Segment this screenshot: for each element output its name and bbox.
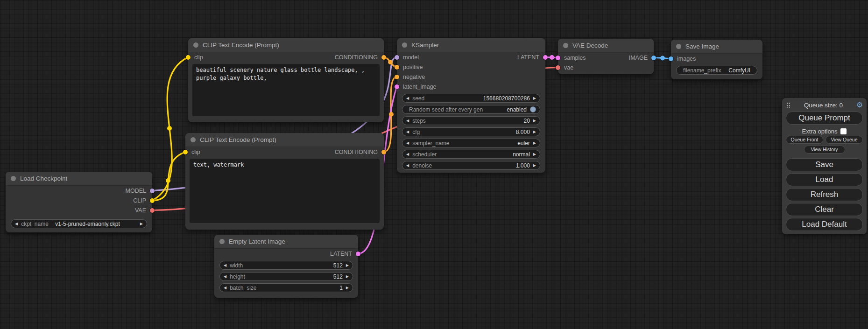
positive-prompt-textarea[interactable]: beautiful scenery nature glass bottle la… [192, 64, 380, 116]
widget-sampler-name[interactable]: ◀ sampler_name euler ▶ [402, 139, 540, 147]
widget-cfg[interactable]: ◀ cfg 8.000 ▶ [402, 127, 540, 136]
input-label-vae: vae [564, 64, 573, 71]
increment-arrow-icon[interactable]: ▶ [533, 130, 536, 134]
collapse-dot-icon[interactable] [191, 137, 196, 142]
input-port-model[interactable] [395, 55, 399, 60]
input-port-clip[interactable] [183, 150, 188, 154]
output-label-vae: VAE [135, 207, 146, 214]
decrement-arrow-icon[interactable]: ◀ [406, 97, 409, 100]
gear-icon[interactable]: ⚙ [856, 101, 863, 109]
clear-button[interactable]: Clear [786, 203, 863, 216]
decrement-arrow-icon[interactable]: ◀ [224, 275, 226, 279]
output-port-latent[interactable] [356, 252, 360, 256]
queue-size-label: Queue size: 0 [790, 102, 856, 109]
node-title: Load Checkpoint [20, 175, 67, 182]
output-label-image: IMAGE [629, 55, 648, 61]
toggle-knob-icon[interactable] [530, 106, 536, 112]
decrement-arrow-icon[interactable]: ◀ [406, 141, 409, 145]
decrement-arrow-icon[interactable]: ◀ [15, 222, 18, 226]
widget-denoise[interactable]: ◀ denoise 1.000 ▶ [402, 161, 540, 170]
collapse-dot-icon[interactable] [11, 176, 16, 181]
input-port-latent-image[interactable] [395, 84, 399, 89]
node-header[interactable]: VAE Decode [558, 39, 654, 53]
collapse-dot-icon[interactable] [219, 239, 225, 244]
widget-batch-size[interactable]: ◀ batch_size 1 ▶ [219, 283, 353, 292]
input-port-negative[interactable] [395, 75, 399, 79]
node-empty-latent-image[interactable]: Empty Latent Image LATENT ◀ width 512 ▶ … [214, 235, 358, 298]
node-header[interactable]: Save Image [671, 40, 762, 54]
node-vae-decode[interactable]: VAE Decode samples IMAGE vae [558, 39, 654, 74]
extra-options-checkbox[interactable] [840, 128, 847, 134]
output-label-conditioning: CONDITIONING [335, 149, 378, 155]
node-save-image[interactable]: Save Image images filename_prefix ComfyU… [671, 40, 762, 79]
widget-seed[interactable]: ◀ seed 156680208700286 ▶ [402, 94, 540, 103]
queue-front-button[interactable]: Queue Front [786, 136, 823, 144]
output-label-clip: CLIP [133, 197, 146, 204]
node-header[interactable]: CLIP Text Encode (Prompt) [188, 38, 384, 52]
decrement-arrow-icon[interactable]: ◀ [224, 286, 226, 290]
decrement-arrow-icon[interactable]: ◀ [406, 130, 409, 134]
output-port-latent[interactable] [543, 55, 548, 60]
node-header[interactable]: Load Checkpoint [6, 172, 152, 186]
collapse-dot-icon[interactable] [563, 43, 568, 48]
input-port-clip[interactable] [186, 55, 191, 60]
output-port-conditioning[interactable] [381, 55, 386, 60]
increment-arrow-icon[interactable]: ▶ [346, 275, 349, 279]
input-port-images[interactable] [669, 56, 673, 61]
node-ksampler[interactable]: KSampler model LATENT positive negative … [397, 38, 545, 173]
node-clip-text-encode-negative[interactable]: CLIP Text Encode (Prompt) clip CONDITION… [185, 133, 384, 230]
input-port-vae[interactable] [556, 65, 560, 70]
widget-random-seed-toggle[interactable]: Random seed after every gen enabled [402, 105, 540, 114]
load-default-button[interactable]: Load Default [786, 218, 863, 231]
node-title: CLIP Text Encode (Prompt) [203, 42, 279, 49]
node-header[interactable]: CLIP Text Encode (Prompt) [185, 133, 384, 147]
input-label-model: model [403, 54, 419, 61]
view-history-button[interactable]: View History [804, 146, 845, 154]
node-title: Empty Latent Image [229, 238, 285, 245]
decrement-arrow-icon[interactable]: ◀ [224, 264, 226, 267]
collapse-dot-icon[interactable] [193, 42, 198, 48]
queue-prompt-button[interactable]: Queue Prompt [786, 112, 863, 125]
queue-panel: Queue size: 0 ⚙ Queue Prompt Extra optio… [782, 98, 867, 234]
increment-arrow-icon[interactable]: ▶ [346, 264, 349, 267]
collapse-dot-icon[interactable] [402, 42, 407, 48]
increment-arrow-icon[interactable]: ▶ [533, 97, 536, 100]
negative-prompt-textarea[interactable]: text, watermark [190, 159, 380, 223]
node-header[interactable]: Empty Latent Image [214, 235, 358, 249]
node-load-checkpoint[interactable]: Load Checkpoint MODEL CLIP VAE ◀ ckpt_na… [6, 172, 152, 232]
widget-ckpt-name[interactable]: ◀ ckpt_name v1-5-pruned-emaonly.ckpt ▶ [11, 219, 147, 228]
widget-steps[interactable]: ◀ steps 20 ▶ [402, 116, 540, 125]
widget-height[interactable]: ◀ height 512 ▶ [219, 272, 353, 281]
refresh-button[interactable]: Refresh [786, 188, 863, 201]
view-queue-button[interactable]: View Queue [826, 136, 863, 144]
input-label-clip: clip [194, 54, 203, 61]
save-button[interactable]: Save [786, 158, 863, 171]
widget-filename-prefix[interactable]: filename_prefix ComfyUI [676, 66, 757, 75]
output-port-conditioning[interactable] [381, 150, 386, 154]
decrement-arrow-icon[interactable]: ◀ [406, 164, 409, 168]
node-header[interactable]: KSampler [397, 38, 545, 52]
drag-handle-icon[interactable] [787, 102, 790, 108]
decrement-arrow-icon[interactable]: ◀ [406, 119, 409, 123]
collapse-dot-icon[interactable] [676, 44, 681, 49]
load-button[interactable]: Load [786, 173, 863, 186]
increment-arrow-icon[interactable]: ▶ [140, 222, 143, 226]
output-port-model[interactable] [150, 189, 155, 193]
increment-arrow-icon[interactable]: ▶ [346, 286, 349, 290]
input-label-clip: clip [191, 149, 200, 155]
output-port-vae[interactable] [150, 208, 155, 213]
increment-arrow-icon[interactable]: ▶ [533, 119, 536, 123]
node-graph-canvas[interactable]: Load Checkpoint MODEL CLIP VAE ◀ ckpt_na… [0, 0, 868, 329]
increment-arrow-icon[interactable]: ▶ [533, 164, 536, 168]
node-clip-text-encode-positive[interactable]: CLIP Text Encode (Prompt) clip CONDITION… [188, 38, 384, 122]
node-title: VAE Decode [572, 42, 608, 49]
increment-arrow-icon[interactable]: ▶ [533, 153, 536, 156]
output-port-clip[interactable] [150, 198, 155, 203]
output-port-image[interactable] [651, 56, 656, 60]
widget-width[interactable]: ◀ width 512 ▶ [219, 261, 353, 270]
increment-arrow-icon[interactable]: ▶ [533, 141, 536, 145]
decrement-arrow-icon[interactable]: ◀ [406, 153, 409, 156]
input-port-samples[interactable] [556, 56, 560, 60]
input-port-positive[interactable] [395, 65, 399, 70]
widget-scheduler[interactable]: ◀ scheduler normal ▶ [402, 150, 540, 159]
